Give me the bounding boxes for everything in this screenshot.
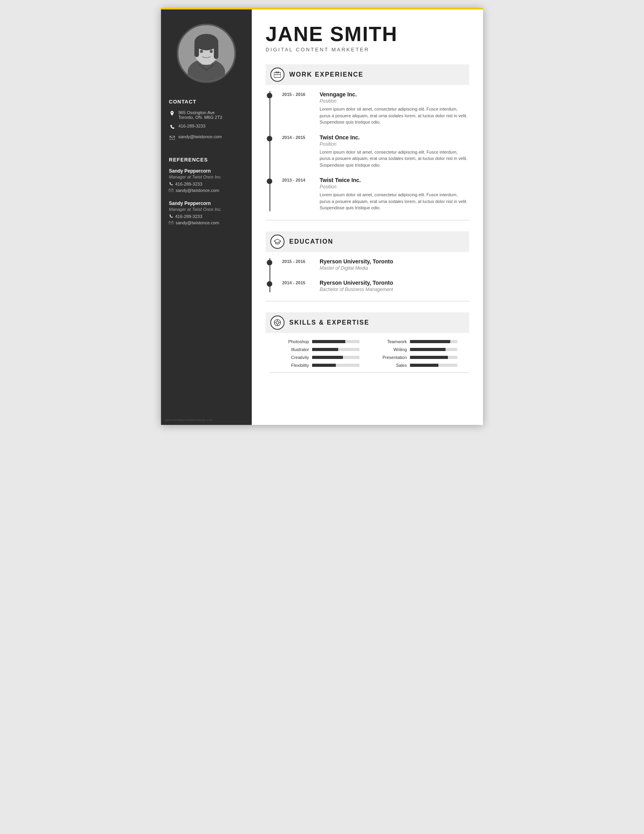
skill-name: Presentation xyxy=(379,355,407,360)
skill-bar-bg xyxy=(410,356,457,359)
svg-marker-15 xyxy=(274,239,281,243)
reference-item-2: Sandy Peppercorn Manager at Twist Once I… xyxy=(169,201,244,225)
degree-2: Bachelor of Business Management xyxy=(320,287,469,292)
name-title-section: JANE SMITH DIGITAL CONTENT MARKETER xyxy=(266,24,469,53)
ref1-title: Manager at Twist Once Inc. xyxy=(169,175,244,179)
skill-row: Writing xyxy=(379,347,469,352)
work-body-1: Venngage Inc. Position Lorem ipsum dolor… xyxy=(320,91,469,126)
email-text: sandy@twistonce.com xyxy=(178,134,222,139)
skill-name: Teamwork xyxy=(379,339,407,344)
svg-rect-9 xyxy=(170,136,175,140)
work-item-2: 2014 - 2015 Twist Once Inc. Position Lor… xyxy=(282,134,469,169)
work-date-3: 2013 - 2014 xyxy=(282,177,312,211)
svg-rect-13 xyxy=(274,73,281,77)
ref1-email: sandy@twistonce.com xyxy=(169,188,244,193)
phone-icon xyxy=(169,124,175,130)
skill-name: Flexibility xyxy=(281,363,309,368)
skill-bar-fill xyxy=(410,356,448,359)
degree-1: Master of Digital Media xyxy=(320,265,469,271)
skills-icon-circle xyxy=(270,316,285,330)
school-1: Ryerson University, Toronto xyxy=(320,258,469,265)
edu-date-1: 2015 - 2016 xyxy=(282,258,312,271)
education-section-header: EDUCATION xyxy=(266,231,469,252)
edu-item-1: 2015 - 2016 Ryerson University, Toronto … xyxy=(282,258,469,271)
skill-bar-fill xyxy=(312,356,343,359)
skill-bar-bg xyxy=(312,340,359,343)
svg-point-7 xyxy=(200,50,203,53)
skill-name: Sales xyxy=(379,363,407,368)
skill-bar-bg xyxy=(312,348,359,351)
phone-text: 416-289-3233 xyxy=(178,124,206,128)
avatar xyxy=(177,24,236,83)
skill-row: Presentation xyxy=(379,355,469,360)
work-date-2: 2014 - 2015 xyxy=(282,134,312,169)
reference-item-1: Sandy Peppercorn Manager at Twist Once I… xyxy=(169,168,244,193)
skill-bar-fill xyxy=(410,340,450,343)
work-item-3: 2013 - 2014 Twist Twice Inc. Position Lo… xyxy=(282,177,469,211)
ref2-phone: 416-289-3233 xyxy=(169,214,244,219)
job-title: DIGITAL CONTENT MARKETER xyxy=(266,47,469,53)
position-3: Position xyxy=(320,184,469,190)
phone-item: 416-289-3233 xyxy=(169,124,244,130)
skill-row: Illustrator xyxy=(281,347,371,352)
work-item-1: 2015 - 2016 Venngage Inc. Position Lorem… xyxy=(282,91,469,126)
skill-name: Creativity xyxy=(281,355,309,360)
education-section: EDUCATION 2015 - 2016 Ryerson University… xyxy=(266,231,469,301)
work-section-header: WORK EXPERIENCE xyxy=(266,64,469,85)
ref2-title: Manager at Twist Once Inc. xyxy=(169,207,244,212)
skill-bar-fill xyxy=(312,364,336,367)
references-section: REFERENCES Sandy Peppercorn Manager at T… xyxy=(161,157,252,233)
skills-section-header: SKILLS & EXPERTISE xyxy=(266,312,469,333)
edu-item-2: 2014 - 2015 Ryerson University, Toronto … xyxy=(282,280,469,292)
svg-rect-6 xyxy=(214,42,218,59)
skill-bar-fill xyxy=(312,340,345,343)
skills-section: SKILLS & EXPERTISE Photoshop Teamwork Il… xyxy=(266,312,469,373)
skill-bar-bg xyxy=(410,364,457,367)
email-icon xyxy=(169,135,175,141)
skill-name: Writing xyxy=(379,347,407,352)
desc-1: Lorem ipsum dolor sit amet, consectetur … xyxy=(320,106,469,126)
ref2-email: sandy@twistonce.com xyxy=(169,220,244,225)
skill-bar-bg xyxy=(410,340,457,343)
skill-bar-fill xyxy=(312,348,338,351)
work-body-3: Twist Twice Inc. Position Lorem ipsum do… xyxy=(320,177,469,211)
education-timeline: 2015 - 2016 Ryerson University, Toronto … xyxy=(270,258,469,292)
main-content: JANE SMITH DIGITAL CONTENT MARKETER WORK… xyxy=(252,8,483,425)
resume-container: CONTACT 965 Ossington Ave Toronto, ON. M… xyxy=(161,8,483,425)
svg-rect-11 xyxy=(169,221,173,224)
address-item: 965 Ossington Ave Toronto, ON. M6G 2T2 xyxy=(169,110,244,120)
skill-row: Flexibility xyxy=(281,363,371,368)
position-2: Position xyxy=(320,141,469,147)
skill-bar-bg xyxy=(312,364,359,367)
edu-dot-1 xyxy=(267,260,272,265)
work-experience-section: WORK EXPERIENCE 2015 - 2016 Venngage Inc… xyxy=(266,64,469,220)
skill-bar-bg xyxy=(312,356,359,359)
timeline-dot-1 xyxy=(267,93,272,98)
skill-row: Photoshop xyxy=(281,339,371,344)
skill-row: Sales xyxy=(379,363,469,368)
desc-3: Lorem ipsum dolor sit amet, consectetur … xyxy=(320,192,469,211)
skill-row: Creativity xyxy=(281,355,371,360)
education-icon-circle xyxy=(270,235,285,249)
skills-section-title: SKILLS & EXPERTISE xyxy=(289,319,369,326)
edu-body-1: Ryerson University, Toronto Master of Di… xyxy=(320,258,469,271)
svg-point-8 xyxy=(210,50,213,53)
full-name: JANE SMITH xyxy=(266,24,469,44)
location-icon xyxy=(169,111,175,117)
timeline-dot-3 xyxy=(267,178,272,184)
company-3: Twist Twice Inc. xyxy=(320,177,469,183)
edu-date-2: 2014 - 2015 xyxy=(282,280,312,292)
work-section-title: WORK EXPERIENCE xyxy=(289,71,363,78)
contact-section: CONTACT 965 Ossington Ave Toronto, ON. M… xyxy=(161,99,252,145)
skill-row: Teamwork xyxy=(379,339,469,344)
watermark: www.heritagechristiancollege.com xyxy=(165,418,213,422)
ref1-phone: 416-289-3233 xyxy=(169,182,244,186)
ref2-name: Sandy Peppercorn xyxy=(169,201,244,206)
email-item: sandy@twistonce.com xyxy=(169,134,244,141)
svg-rect-10 xyxy=(169,189,173,192)
skill-name: Photoshop xyxy=(281,339,309,344)
work-icon-circle xyxy=(270,68,285,82)
sidebar: CONTACT 965 Ossington Ave Toronto, ON. M… xyxy=(161,8,252,425)
skill-bar-fill xyxy=(410,364,438,367)
svg-rect-5 xyxy=(195,42,199,57)
